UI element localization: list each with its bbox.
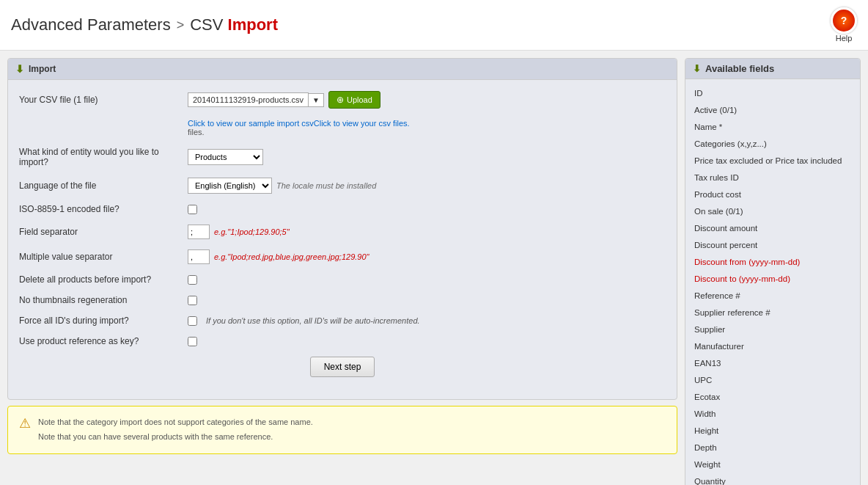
iso-label: ISO-8859-1 encoded file? [19,204,180,214]
thumbnails-checkbox[interactable] [188,296,197,305]
help-label: Help [836,34,853,43]
field-item: On sale (0/1) [694,203,851,220]
import-panel-header: ⬇ Import [8,59,677,80]
multi-sep-row: Multiple value separator e.g."Ipod;red.j… [19,249,666,264]
available-fields-header: ⬇ Available fields [685,59,860,79]
language-label: Language of the file [19,180,180,191]
field-item: Price tax excluded or Price tax included [694,153,851,169]
use-ref-row: Use product reference as key? [19,336,666,346]
warning-icon: ⚠ [19,415,31,431]
warning-box: ⚠ Note that the category import does not… [7,406,677,454]
force-ids-label: Force all ID's during import? [19,316,180,326]
use-ref-label: Use product reference as key? [19,336,180,346]
multi-sep-input[interactable] [188,249,210,264]
field-item: Quantity [694,473,851,485]
breadcrumb-start: Advanced Parameters [11,15,171,34]
field-item: EAN13 [694,355,851,372]
import-panel-body: Your CSV file (1 file) 20140111132919-pr… [8,80,677,399]
field-item: Supplier [694,321,851,338]
iso-checkbox[interactable] [188,205,197,214]
warning-line2: Note that you can have several products … [38,430,313,445]
field-item: Width [694,406,851,423]
field-item: Categories (x,y,z...) [694,136,851,153]
file-input-group: 20140111132919-products.csv ▼ [188,92,324,107]
field-item: ID [694,85,851,102]
breadcrumb-end: CSV Import [190,15,278,34]
force-ids-note: If you don't use this option, all ID's w… [206,316,420,325]
view-csv-link[interactable]: Click to view your csv files. [314,119,410,128]
force-ids-row: Force all ID's during import? If you don… [19,316,666,326]
csv-dropdown-arrow[interactable]: ▼ [309,93,324,107]
import-panel: ⬇ Import Your CSV file (1 file) 20140111… [7,58,677,400]
field-item: Tax rules ID [694,169,851,186]
thumbnails-control [188,296,666,305]
use-ref-checkbox[interactable] [188,337,197,346]
field-item: Product cost [694,186,851,203]
sample-import-link[interactable]: Click to view our sample import csv [188,119,314,128]
field-sep-input[interactable] [188,225,210,239]
delete-products-label: Delete all products before import? [19,274,180,285]
fields-list: IDActive (0/1)Name *Categories (x,y,z...… [685,79,860,485]
field-item: Manufacturer [694,338,851,355]
field-item: Name * [694,119,851,136]
left-panel: ⬇ Import Your CSV file (1 file) 20140111… [7,58,677,485]
help-icon: ? [831,7,857,34]
thumbnails-row: No thumbnails regeneration [19,295,666,305]
thumbnails-label: No thumbnails regeneration [19,295,180,305]
multi-sep-label: Multiple value separator [19,252,180,262]
field-sep-control: e.g."1;Ipod;129.90;5" [188,225,666,239]
csv-file-control: 20140111132919-products.csv ▼ ⊕ Upload [188,91,666,109]
csv-filename-display: 20140111132919-products.csv [188,92,309,107]
field-sep-label: Field separator [19,227,180,237]
field-item: Discount to (yyyy-mm-dd) [694,271,851,288]
field-sep-row: Field separator e.g."1;Ipod;129.90;5" [19,225,666,239]
field-item: Height [694,423,851,440]
field-item: Discount percent [694,237,851,254]
field-item: Weight [694,456,851,473]
iso-control [188,205,666,214]
right-panel: ⬇ Available fields IDActive (0/1)Name *C… [685,58,861,485]
multi-sep-control: e.g."Ipod;red.jpg,blue.jpg,green.jpg;129… [188,249,666,264]
available-fields-title: Available fields [705,63,774,74]
locale-note: The locale must be installed [276,181,376,190]
upload-button[interactable]: ⊕ Upload [328,91,380,109]
force-ids-checkbox[interactable] [188,316,197,326]
field-item: Discount from (yyyy-mm-dd) [694,254,851,271]
available-fields-panel: ⬇ Available fields IDActive (0/1)Name *C… [685,58,861,485]
info-text: Click to view our sample import csvClick… [188,119,666,136]
field-item: Depth [694,440,851,456]
main-content: ⬇ Import Your CSV file (1 file) 20140111… [0,51,868,485]
import-icon: ⬇ [15,63,24,75]
warning-text: Note that the category import does not s… [38,415,313,445]
language-row: Language of the file English (English) F… [19,178,666,194]
multi-sep-example: e.g."Ipod;red.jpg,blue.jpg,green.jpg;129… [214,252,369,261]
csv-file-row: Your CSV file (1 file) 20140111132919-pr… [19,91,666,109]
csv-file-label: Your CSV file (1 file) [19,95,180,105]
breadcrumb-chevron: > [177,18,185,33]
delete-products-control [188,275,666,285]
delete-products-row: Delete all products before import? [19,274,666,285]
field-item: Supplier reference # [694,305,851,321]
force-ids-control: If you don't use this option, all ID's w… [188,316,666,326]
upload-icon: ⊕ [336,95,344,105]
upload-label: Upload [347,95,372,104]
help-button[interactable]: ? Help [831,7,857,43]
btn-row: Next step [19,357,666,377]
entity-row: What kind of entity would you like to im… [19,147,666,167]
field-item: UPC [694,372,851,389]
warning-line1: Note that the category import does not s… [38,415,313,430]
field-item: Active (0/1) [694,102,851,119]
use-ref-control [188,337,666,346]
iso-row: ISO-8859-1 encoded file? [19,204,666,214]
next-step-button[interactable]: Next step [310,357,375,377]
language-select[interactable]: English (English) French (French) [188,178,272,194]
entity-control: Products Categories Customers Addresses … [188,149,666,165]
field-sep-example: e.g."1;Ipod;129.90;5" [214,227,290,236]
available-fields-icon: ⬇ [693,63,701,74]
language-control: English (English) French (French) The lo… [188,178,666,194]
entity-select[interactable]: Products Categories Customers Addresses … [188,149,263,165]
import-tab-label: Import [29,64,56,74]
breadcrumb: Advanced Parameters > CSV Import [11,15,278,34]
entity-label: What kind of entity would you like to im… [19,147,180,167]
delete-products-checkbox[interactable] [188,275,197,285]
